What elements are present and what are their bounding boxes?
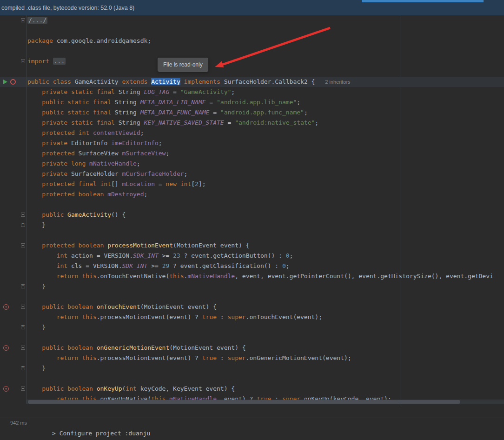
code-text: package com.google.androidgamesdk; [27,36,151,46]
fold-gutter [20,26,27,36]
code-token: implements [184,78,224,85]
code-token: imeEditorInfo [111,140,159,147]
fold-gutter [20,230,27,240]
code-line[interactable]: package com.google.androidgamesdk; [0,36,504,46]
code-line[interactable]: private EditorInfo imeEditorInfo; [0,138,504,148]
code-line[interactable] [0,46,504,56]
gutter [0,36,20,46]
code-text: /.../ [27,15,47,26]
fold-marker-icon[interactable]: ^ [21,284,25,288]
code-line[interactable]: int cls = VERSION.SDK_INT >= 29 ? event.… [0,261,504,271]
fold-marker-icon[interactable]: − [21,213,25,217]
code-token [27,313,57,320]
code-line[interactable]: int action = VERSION.SDK_INT >= 23 ? eve… [0,251,504,261]
fold-marker-icon[interactable]: − [21,305,25,309]
code-token: mCurSurfaceHolder [122,170,184,177]
fold-gutter: − [20,384,27,394]
code-line[interactable]: ↑− public boolean onGenericMotionEvent(M… [0,343,504,353]
gutter [0,107,20,118]
code-line[interactable] [0,292,504,302]
gutter [0,26,20,36]
run-icon[interactable] [3,80,7,84]
code-line[interactable]: private static final String KEY_NATIVE_S… [0,118,504,128]
gutter [0,46,20,56]
code-line[interactable]: ^ } [0,322,504,333]
code-line[interactable]: − protected boolean processMotionEvent(M… [0,240,504,251]
fold-gutter: − [20,240,27,251]
code-line[interactable] [0,373,504,384]
override-method-icon[interactable]: ↑ [3,345,9,351]
fold-marker-icon[interactable]: ^ [21,366,25,370]
code-token: SDK_INT [122,262,148,269]
code-token: mSurfaceView [122,150,166,157]
fold-marker-icon[interactable]: ^ [21,325,25,329]
code-line[interactable]: ^ } [0,363,504,373]
code-line[interactable]: +/.../ [0,15,504,26]
code-line[interactable]: public static final String META_DATA_FUN… [0,107,504,118]
inheritors-inlay-hint: 2 inheritors [325,79,350,85]
code-token: return this [57,273,97,280]
code-line[interactable]: protected final int[] mLocation = new in… [0,179,504,189]
code-line[interactable]: ↑− public boolean onTouchEvent(MotionEve… [0,302,504,312]
code-line[interactable]: protected int contentViewId; [0,128,504,138]
gutter [0,189,20,200]
code-line[interactable] [0,333,504,343]
code-line[interactable]: − public GameActivity() { [0,210,504,220]
code-token: return this [57,313,97,320]
code-line[interactable] [0,67,504,77]
code-token: private [42,140,71,147]
fold-gutter: + [20,15,27,26]
code-token: public static final [42,99,115,106]
code-token: onGenericMotionEvent [97,344,170,351]
override-method-icon[interactable]: ↑ [3,386,9,392]
code-token: int [57,262,67,269]
code-text: protected boolean processMotionEvent(Mot… [27,240,249,251]
horizontal-scrollbar-thumb[interactable] [28,400,460,404]
code-token: SurfaceHolder.Callback2 { [224,78,319,85]
fold-marker-icon[interactable]: − [21,346,25,350]
code-line[interactable]: protected boolean mDestroyed; [0,189,504,200]
code-token: contentViewId [93,129,140,136]
code-line[interactable]: ^ } [0,281,504,292]
code-text: public boolean onGenericMotionEvent(Moti… [27,343,246,353]
fold-gutter [20,394,27,404]
code-line[interactable]: protected SurfaceView mSurfaceView; [0,148,504,159]
gutter [0,271,20,281]
gutter [0,179,20,189]
code-token: 29 [162,262,170,269]
code-line[interactable] [0,26,504,36]
override-method-icon[interactable]: ↑ [3,304,9,310]
fold-gutter: ^ [20,220,27,230]
code-line[interactable]: private long mNativeHandle; [0,159,504,169]
gutter [0,230,20,240]
code-token: super [228,313,246,320]
horizontal-scrollbar[interactable] [27,400,504,404]
code-token: META_DATA_LIB_NAME [140,99,206,106]
gutter [0,159,20,169]
code-line[interactable]: +import ... [0,56,504,67]
fold-marker-icon[interactable]: + [21,18,25,22]
code-line[interactable]: return this.onTouchEventNative(this.mNat… [0,271,504,281]
code-line[interactable]: return this.processMotionEvent(event) ? … [0,353,504,363]
readonly-tooltip: File is read-only [158,58,208,72]
code-line[interactable]: return this.processMotionEvent(event) ? … [0,312,504,322]
fold-gutter [20,353,27,363]
code-line[interactable]: private SurfaceHolder mCurSurfaceHolder; [0,169,504,179]
code-line[interactable]: ^ } [0,220,504,230]
code-line[interactable]: public class GameActivity extends Activi… [0,77,504,87]
code-line[interactable]: ↑− public boolean onKeyUp(int keyCode, K… [0,384,504,394]
code-token [27,211,42,218]
fold-marker-icon[interactable]: − [21,243,25,247]
class-marker-icon[interactable] [10,79,16,85]
progress-indicator [362,0,484,2]
code-token: mLocation [122,180,155,187]
code-line[interactable] [0,200,504,210]
code-line[interactable]: public static final String META_DATA_LIB… [0,97,504,107]
fold-marker-icon[interactable]: ^ [21,223,25,227]
fold-marker-icon[interactable]: + [21,59,25,63]
code-line[interactable]: private static final String LOG_TAG = "G… [0,87,504,97]
code-line[interactable] [0,230,504,240]
code-token: protected final int [42,180,111,187]
fold-marker-icon[interactable]: − [21,387,25,391]
code-token: ; [286,262,290,269]
